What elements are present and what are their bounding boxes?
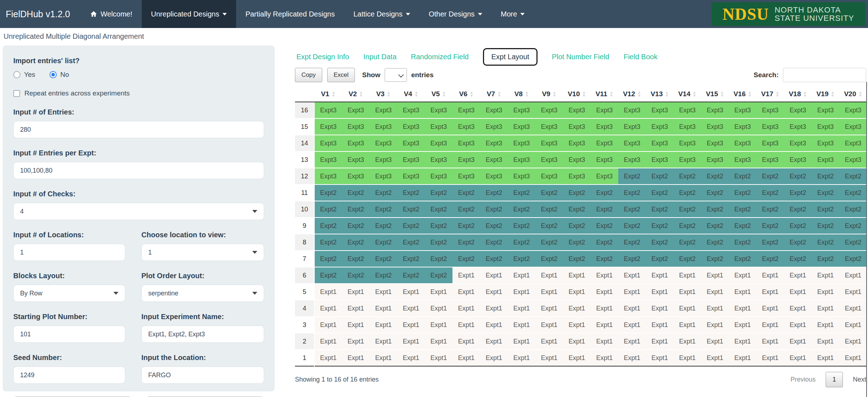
column-label: V14 bbox=[678, 90, 690, 98]
tab-input-data[interactable]: Input Data bbox=[363, 53, 397, 61]
plot-cell: Expt1 bbox=[480, 300, 508, 317]
radio-icon[interactable] bbox=[13, 71, 20, 78]
column-header-v16[interactable]: V16▲▼ bbox=[729, 86, 756, 102]
plot-cell: Expt1 bbox=[618, 317, 646, 333]
radio-option-yes[interactable]: Yes bbox=[13, 71, 35, 79]
column-header-v19[interactable]: V19▲▼ bbox=[812, 86, 839, 102]
select-caret-icon bbox=[252, 292, 257, 295]
previous-page-button[interactable]: Previous bbox=[790, 376, 816, 383]
nav-item-more[interactable]: More bbox=[492, 0, 534, 28]
plot-cell: Expt2 bbox=[452, 218, 480, 234]
row-number-cell: 9 bbox=[295, 218, 314, 234]
tab-plot-number-field[interactable]: Plot Number Field bbox=[552, 53, 609, 61]
plot-cell: Expt1 bbox=[452, 284, 480, 300]
location-label: Input the Location: bbox=[141, 354, 264, 362]
sort-icon: ▲▼ bbox=[693, 91, 696, 97]
excel-button[interactable]: Excel bbox=[327, 68, 355, 82]
column-header-v5[interactable]: V5▲▼ bbox=[425, 86, 452, 102]
current-page-button[interactable]: 1 bbox=[826, 372, 843, 387]
plot-cell: Expt3 bbox=[812, 118, 839, 135]
entries-input[interactable] bbox=[13, 121, 264, 138]
column-header-v8[interactable]: V8▲▼ bbox=[508, 86, 535, 102]
column-header-v11[interactable]: V11▲▼ bbox=[591, 86, 618, 102]
search-input[interactable] bbox=[783, 68, 866, 82]
blocks-layout-select[interactable]: By Row bbox=[13, 285, 125, 302]
radio-option-no[interactable]: No bbox=[50, 71, 69, 79]
column-header-v15[interactable]: V15▲▼ bbox=[701, 86, 729, 102]
plot-order-select[interactable]: serpentine bbox=[141, 285, 264, 302]
plot-cell: Expt2 bbox=[618, 201, 646, 218]
nav-item-welcome[interactable]: Welcome! bbox=[81, 0, 142, 28]
column-label: V2 bbox=[348, 90, 357, 98]
table-row: 1Expt1Expt1Expt1Expt1Expt1Expt1Expt1Expt… bbox=[295, 350, 867, 366]
plot-cell: Expt3 bbox=[452, 102, 480, 118]
table-row: 6Expt2Expt2Expt2Expt2Expt2Expt1Expt1Expt… bbox=[295, 267, 867, 284]
plot-cell: Expt1 bbox=[756, 267, 784, 284]
location-view-select[interactable]: 1 bbox=[141, 244, 264, 261]
tab-randomized-field[interactable]: Randomized Field bbox=[411, 53, 469, 61]
column-header-v3[interactable]: V3▲▼ bbox=[370, 86, 397, 102]
plot-cell: Expt2 bbox=[701, 185, 729, 201]
ndsu-logo: NDSU NORTH DAKOTA STATE UNIVERSITY bbox=[712, 2, 865, 26]
plot-cell: Expt2 bbox=[397, 185, 425, 201]
column-header-v13[interactable]: V13▲▼ bbox=[646, 86, 674, 102]
plot-cell: Expt1 bbox=[535, 267, 563, 284]
checkbox-icon[interactable] bbox=[13, 90, 20, 97]
repeat-entries-checkbox[interactable]: Repeat entries across experiments bbox=[13, 89, 264, 97]
locations-input[interactable] bbox=[13, 244, 125, 261]
plot-cell: Expt2 bbox=[784, 185, 812, 201]
plot-cell: Expt2 bbox=[342, 234, 370, 251]
plot-cell: Expt2 bbox=[646, 234, 674, 251]
table-row: 13Expt3Expt3Expt3Expt3Expt3Expt3Expt3Exp… bbox=[295, 151, 867, 168]
column-header-v12[interactable]: V12▲▼ bbox=[618, 86, 646, 102]
column-header-v9[interactable]: V9▲▼ bbox=[535, 86, 563, 102]
plot-cell: Expt1 bbox=[314, 317, 342, 333]
sort-icon: ▲▼ bbox=[470, 91, 474, 97]
entries-per-expt-input[interactable] bbox=[13, 162, 264, 179]
column-header-v17[interactable]: V17▲▼ bbox=[756, 86, 784, 102]
plot-cell: Expt2 bbox=[314, 218, 342, 234]
tab-expt-layout[interactable]: Expt Layout bbox=[483, 48, 538, 66]
radio-icon-checked[interactable] bbox=[50, 71, 57, 78]
plot-cell: Expt2 bbox=[591, 201, 618, 218]
expt-layout-table-wrap: V1▲▼V2▲▼V3▲▼V4▲▼V5▲▼V6▲▼V7▲▼V8▲▼V9▲▼V10▲… bbox=[295, 86, 867, 366]
column-header-v18[interactable]: V18▲▼ bbox=[784, 86, 812, 102]
plot-cell: Expt1 bbox=[701, 350, 729, 366]
page-length-select[interactable] bbox=[385, 68, 407, 82]
scrollbar[interactable] bbox=[866, 82, 867, 397]
plot-cell: Expt1 bbox=[508, 284, 535, 300]
tab-expt-design-info[interactable]: Expt Design Info bbox=[296, 53, 349, 61]
plot-cell: Expt3 bbox=[591, 102, 618, 118]
column-header-v6[interactable]: V6▲▼ bbox=[452, 86, 480, 102]
column-header-v14[interactable]: V14▲▼ bbox=[674, 86, 701, 102]
plot-cell: Expt2 bbox=[756, 251, 784, 267]
nav-item-other-designs[interactable]: Other Designs bbox=[419, 0, 492, 28]
column-header-v7[interactable]: V7▲▼ bbox=[480, 86, 508, 102]
nav-item-label: Partially Replicated Designs bbox=[245, 10, 335, 18]
plot-cell: Expt2 bbox=[452, 234, 480, 251]
column-label: V10 bbox=[568, 90, 580, 98]
copy-button[interactable]: Copy bbox=[295, 68, 322, 82]
column-header-v2[interactable]: V2▲▼ bbox=[342, 86, 370, 102]
checks-select[interactable]: 4 bbox=[13, 203, 264, 220]
column-header-v1[interactable]: V1▲▼ bbox=[314, 86, 342, 102]
seed-input[interactable] bbox=[13, 366, 125, 384]
plot-cell: Expt3 bbox=[674, 118, 701, 135]
next-page-button[interactable]: Next bbox=[853, 376, 866, 383]
column-header-v10[interactable]: V10▲▼ bbox=[563, 86, 591, 102]
plot-cell: Expt2 bbox=[591, 218, 618, 234]
experiment-name-input[interactable] bbox=[141, 326, 264, 343]
tab-field-book[interactable]: Field Book bbox=[624, 53, 658, 61]
plot-cell: Expt1 bbox=[729, 333, 756, 350]
nav-item-lattice-designs[interactable]: Lattice Designs bbox=[344, 0, 419, 28]
nav-item-unreplicated-designs[interactable]: Unreplicated Designs bbox=[142, 0, 236, 28]
plot-cell: Expt2 bbox=[646, 168, 674, 185]
table-row: 16Expt3Expt3Expt3Expt3Expt3Expt3Expt3Exp… bbox=[295, 102, 867, 118]
location-input[interactable] bbox=[141, 366, 264, 384]
row-number-cell: 8 bbox=[295, 234, 314, 251]
plot-cell: Expt3 bbox=[756, 151, 784, 168]
starting-plot-input[interactable] bbox=[13, 326, 125, 343]
nav-item-partially-replicated-designs[interactable]: Partially Replicated Designs bbox=[236, 0, 344, 28]
column-header-v4[interactable]: V4▲▼ bbox=[397, 86, 425, 102]
column-header-v20[interactable]: V20▲▼ bbox=[839, 86, 867, 102]
